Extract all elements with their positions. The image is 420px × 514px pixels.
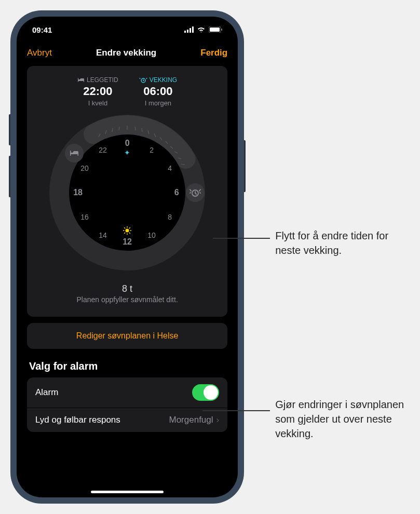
duration-text: Planen oppfyller søvnmålet ditt. bbox=[32, 295, 222, 304]
screen: 09:41 Avbryt Endre ve bbox=[17, 17, 238, 497]
sun-icon bbox=[123, 226, 131, 236]
alarm-icon bbox=[139, 77, 147, 83]
svg-rect-5 bbox=[210, 28, 220, 32]
duration-value: 8 t bbox=[32, 283, 222, 294]
power-button bbox=[244, 140, 246, 192]
nav-title: Endre vekking bbox=[96, 48, 156, 58]
sleep-card: LEGGETID 22:00 I kveld VEKKING bbox=[27, 66, 227, 317]
notch bbox=[88, 17, 166, 33]
sleep-dial[interactable]: 0 2 4 6 8 10 12 14 16 18 20 22 ✦ bbox=[49, 115, 205, 270]
duration-section: 8 t Planen oppfyller søvnmålet ditt. bbox=[32, 283, 222, 304]
bedtime-label: LEGGETID bbox=[77, 76, 118, 84]
wake-label: VEKKING bbox=[139, 76, 177, 84]
dial-hours: 0 2 4 6 8 10 12 14 16 18 20 22 bbox=[49, 115, 205, 270]
sparkle-icon: ✦ bbox=[124, 148, 130, 157]
time-headers: LEGGETID 22:00 I kveld VEKKING bbox=[32, 76, 222, 107]
alarm-toggle[interactable] bbox=[192, 384, 219, 401]
sound-label: Lyd og følbar respons bbox=[35, 415, 120, 425]
wake-sub: I morgen bbox=[139, 99, 177, 107]
bedtime-handle[interactable] bbox=[65, 144, 84, 163]
alarm-label: Alarm bbox=[35, 387, 58, 398]
home-indicator[interactable] bbox=[91, 491, 164, 493]
done-button[interactable]: Ferdig bbox=[200, 48, 227, 58]
svg-point-23 bbox=[126, 229, 129, 233]
callout-edit: Gjør endringer i søvnplanen som gjelder … bbox=[275, 397, 410, 441]
sound-value: Morgenfugl › bbox=[169, 415, 220, 425]
bed-icon bbox=[77, 77, 85, 83]
status-time: 09:41 bbox=[32, 25, 52, 34]
wake-handle[interactable] bbox=[186, 183, 205, 202]
alarm-icon bbox=[189, 188, 201, 197]
svg-rect-2 bbox=[189, 28, 191, 33]
status-icons bbox=[184, 26, 222, 33]
battery-icon bbox=[209, 26, 222, 33]
alarm-toggle-row[interactable]: Alarm bbox=[27, 377, 227, 408]
alarm-section-title: Valg for alarm bbox=[29, 360, 227, 372]
svg-line-31 bbox=[129, 227, 130, 228]
edit-sleep-plan-button[interactable]: Rediger søvnplanen i Helse bbox=[27, 323, 227, 349]
bedtime-value: 22:00 bbox=[77, 85, 118, 98]
nav-bar: Avbryt Endre vekking Ferdig bbox=[17, 43, 238, 66]
svg-rect-0 bbox=[184, 31, 186, 33]
svg-rect-3 bbox=[192, 26, 194, 33]
wake-value: 06:00 bbox=[139, 85, 177, 98]
svg-rect-1 bbox=[187, 30, 188, 33]
svg-line-30 bbox=[124, 233, 125, 234]
callout-handle: Flytt for å endre tiden for neste vekkin… bbox=[275, 228, 410, 258]
svg-line-28 bbox=[124, 227, 125, 228]
bedtime-header: LEGGETID 22:00 I kveld bbox=[77, 76, 118, 107]
cancel-button[interactable]: Avbryt bbox=[27, 48, 52, 58]
sound-row[interactable]: Lyd og følbar respons Morgenfugl › bbox=[27, 408, 227, 432]
wake-header: VEKKING 06:00 I morgen bbox=[139, 76, 177, 107]
cellular-icon bbox=[184, 26, 194, 33]
svg-rect-6 bbox=[221, 29, 222, 31]
phone-frame: 09:41 Avbryt Endre ve bbox=[10, 10, 244, 504]
wifi-icon bbox=[197, 26, 206, 33]
volume-button bbox=[9, 156, 10, 197]
bed-icon bbox=[69, 150, 79, 157]
chevron-right-icon: › bbox=[216, 415, 220, 425]
volume-button bbox=[9, 114, 10, 145]
content: LEGGETID 22:00 I kveld VEKKING bbox=[17, 66, 238, 479]
bedtime-sub: I kveld bbox=[77, 99, 118, 107]
svg-line-29 bbox=[129, 233, 130, 234]
